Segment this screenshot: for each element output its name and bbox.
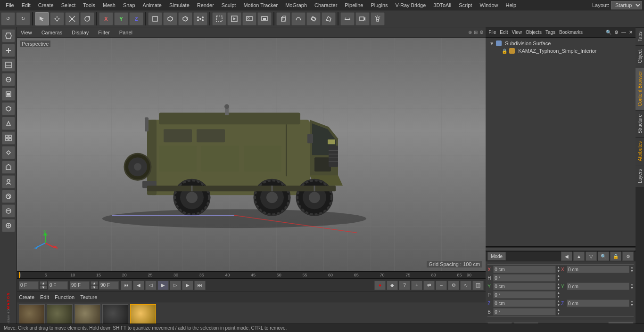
p-dn[interactable]: ▼: [557, 295, 560, 299]
left-tool-13[interactable]: [2, 204, 15, 218]
edge-mode-btn[interactable]: [178, 12, 192, 25]
camera-btn[interactable]: [355, 12, 370, 25]
rp-tags-btn[interactable]: Tags: [545, 30, 556, 35]
left-tool-6[interactable]: [2, 102, 15, 115]
preview-up-btn[interactable]: ▲: [91, 281, 98, 285]
attr-settings[interactable]: ⚙: [622, 251, 634, 261]
point-mode-btn[interactable]: [193, 12, 207, 25]
z-axis-btn[interactable]: Z: [129, 12, 143, 25]
move-tool[interactable]: [50, 12, 64, 25]
menu-3dtoall[interactable]: 3DToAll: [429, 0, 455, 10]
viewport-3d[interactable]: Perspective: [17, 38, 486, 271]
x-pos-up[interactable]: ▲: [557, 266, 560, 269]
y-pos-up[interactable]: ▲: [557, 283, 560, 286]
attr-nav-right[interactable]: ▲: [573, 251, 585, 261]
menu-window[interactable]: Window: [476, 0, 502, 10]
tab-tabs[interactable]: Tabs: [636, 27, 644, 45]
tab-object[interactable]: Object: [636, 45, 644, 67]
vp-menu-view[interactable]: View: [19, 30, 34, 35]
rp-filter-icon[interactable]: ⚙: [613, 30, 619, 35]
menu-mograph[interactable]: MoGraph: [281, 0, 311, 10]
cube-primitive-btn[interactable]: [276, 12, 290, 25]
z-rot-dn[interactable]: ▼: [630, 303, 634, 307]
frame-down-btn[interactable]: ▼: [40, 285, 47, 289]
rp-bookmarks-btn[interactable]: Bookmarks: [558, 30, 584, 35]
x-axis-btn[interactable]: X: [99, 12, 113, 25]
left-tool-1[interactable]: [2, 29, 15, 42]
spline-tool-btn[interactable]: [291, 12, 305, 25]
vp-layout-icon[interactable]: ⊞: [474, 30, 478, 35]
z-rot-input[interactable]: [567, 300, 629, 307]
left-tool-11[interactable]: [2, 175, 15, 188]
x-rot-dn[interactable]: ▼: [630, 269, 634, 273]
floor-btn[interactable]: [340, 12, 355, 25]
rp-search-icon[interactable]: 🔍: [605, 30, 612, 35]
render-all-btn[interactable]: [257, 12, 272, 25]
z-rot-up[interactable]: ▲: [630, 300, 634, 303]
go-end-btn[interactable]: ⏭: [194, 281, 206, 290]
x-rot-input[interactable]: [567, 266, 629, 273]
render-to-picture-btn[interactable]: [242, 12, 256, 25]
tl-move-key[interactable]: ⇄: [423, 281, 435, 290]
left-tool-5[interactable]: [2, 88, 15, 101]
menu-create[interactable]: Create: [34, 0, 58, 10]
tl-settings[interactable]: ⚙: [448, 281, 459, 290]
left-tool-3[interactable]: [2, 58, 15, 72]
menu-plugins[interactable]: Plugins: [367, 0, 391, 10]
menu-mesh[interactable]: Mesh: [99, 0, 119, 10]
mat-texture-menu[interactable]: Texture: [80, 294, 97, 300]
left-tool-9[interactable]: [2, 146, 15, 159]
attr-nav-up[interactable]: ▽: [586, 251, 597, 261]
tab-layers[interactable]: Layers: [636, 165, 644, 187]
y-axis-btn[interactable]: Y: [114, 12, 128, 25]
tl-motion[interactable]: ∿: [460, 281, 471, 290]
rp-file-btn[interactable]: File: [487, 30, 497, 35]
rp-edit-btn[interactable]: Edit: [499, 30, 509, 35]
mode-button[interactable]: Mode: [487, 252, 506, 260]
nurbs-btn[interactable]: [306, 12, 321, 25]
layout-select[interactable]: Startup: [611, 1, 642, 9]
frame-up-btn[interactable]: ▲: [40, 281, 47, 285]
menu-render[interactable]: Render: [193, 0, 218, 10]
menu-tools[interactable]: Tools: [79, 0, 99, 10]
play-btn[interactable]: ▶: [157, 281, 169, 290]
menu-snap[interactable]: Snap: [119, 0, 139, 10]
z-pos-up[interactable]: ▲: [557, 300, 560, 303]
current-frame-input[interactable]: [19, 281, 39, 290]
left-tool-12[interactable]: [2, 190, 15, 203]
frame-min-input[interactable]: [48, 281, 68, 290]
keyframe-btn[interactable]: ◆: [387, 281, 398, 290]
tab-structure[interactable]: Structure: [636, 110, 644, 138]
y-pos-dn[interactable]: ▼: [557, 286, 560, 290]
menu-help[interactable]: Help: [502, 0, 520, 10]
h-up[interactable]: ▲: [557, 274, 560, 278]
menu-simulate[interactable]: Simulate: [165, 0, 193, 10]
left-tool-14[interactable]: [2, 219, 15, 232]
b-input[interactable]: [493, 308, 556, 316]
vp-maximize-icon[interactable]: ⊕: [468, 30, 472, 35]
h-input[interactable]: [493, 274, 556, 282]
go-start-btn[interactable]: ⏮: [121, 281, 132, 290]
h-dn[interactable]: ▼: [557, 278, 560, 282]
left-tool-10[interactable]: [2, 161, 15, 174]
attr-nav-left[interactable]: ◀: [561, 251, 572, 261]
mat-create-menu[interactable]: Create: [19, 294, 34, 300]
scale-tool[interactable]: [65, 12, 79, 25]
left-tool-7[interactable]: [2, 117, 15, 130]
tree-item-kamaz[interactable]: 🔒 KAMAZ_Typhoon_Simple_Interior: [487, 47, 634, 55]
left-tool-8[interactable]: [2, 131, 15, 145]
x-pos-input[interactable]: [493, 266, 556, 273]
left-tool-4[interactable]: [2, 73, 15, 86]
deformer-btn[interactable]: [322, 12, 336, 25]
left-tool-2[interactable]: [2, 44, 15, 57]
render-region-btn[interactable]: [212, 12, 226, 25]
menu-character[interactable]: Character: [311, 0, 341, 10]
tl-add-key[interactable]: +: [411, 281, 422, 290]
z-pos-input[interactable]: [493, 300, 556, 307]
mat-edit-menu[interactable]: Edit: [40, 294, 49, 300]
preview-end-input[interactable]: [99, 281, 119, 290]
vp-settings-icon[interactable]: ⚙: [479, 30, 484, 35]
object-h-scrollbar[interactable]: [486, 246, 636, 251]
undo-button[interactable]: ↺: [1, 12, 15, 25]
vp-menu-filter[interactable]: Filter: [96, 30, 111, 35]
